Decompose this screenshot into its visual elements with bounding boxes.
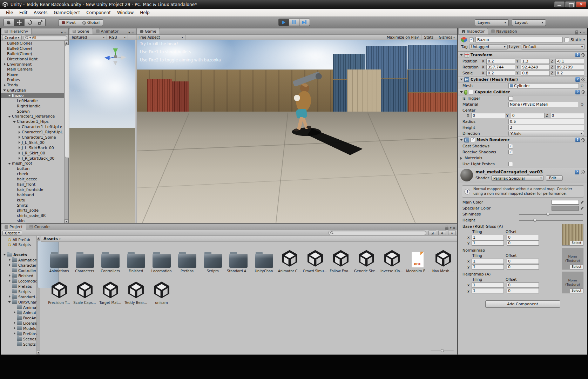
tab-project[interactable]: Project <box>1 224 26 230</box>
tree-item[interactable]: Characters <box>1 262 40 268</box>
foldout-icon[interactable] <box>460 54 463 56</box>
shininess-slider[interactable] <box>519 212 584 217</box>
maximize-button[interactable] <box>565 1 575 7</box>
asset-item[interactable]: UnityChan <box>251 246 277 278</box>
scene-viewport[interactable] <box>69 40 135 223</box>
scene-orientation-gizmo[interactable] <box>104 48 127 68</box>
eyedropper-icon[interactable] <box>580 200 584 204</box>
edit-shader-button[interactable]: Edit... <box>546 175 563 181</box>
offset-y-field[interactable]: 0 <box>507 240 539 246</box>
asset-item[interactable]: Scale Caps... <box>72 278 97 309</box>
foldout-icon[interactable] <box>7 257 12 262</box>
layout-dropdown[interactable]: Layout▾ <box>512 19 546 26</box>
offset-x-field[interactable]: 0 <box>507 282 539 288</box>
hierarchy-item[interactable]: LeftHandle <box>1 98 64 104</box>
hierarchy-item[interactable]: Teddy <box>1 82 64 88</box>
tree-item[interactable]: Animations <box>1 310 40 315</box>
stats-toggle[interactable]: Stats <box>421 35 436 40</box>
offset-x-field[interactable]: 0 <box>507 235 539 240</box>
scroll-down-button[interactable]: ▼ <box>37 351 40 354</box>
hierarchy-item[interactable]: Spawn <box>1 109 64 114</box>
tree-item[interactable]: Prefabs <box>1 284 40 289</box>
menu-item[interactable]: Window <box>114 9 137 16</box>
tag-dropdown[interactable]: Untagged▾ <box>469 44 508 49</box>
foldout-icon[interactable] <box>2 67 7 72</box>
object-picker-icon[interactable]: ⊙ <box>580 102 584 106</box>
hierarchy-item[interactable]: hair_front <box>1 182 64 187</box>
asset-item[interactable]: PDF Mecanim E... <box>405 246 430 278</box>
hierarchy-item[interactable]: Character1_Hips <box>1 119 64 124</box>
foldout-icon[interactable] <box>2 51 7 56</box>
cast-shadows-checkbox[interactable] <box>508 144 513 148</box>
foldout-icon[interactable] <box>12 172 17 177</box>
tree-item[interactable]: Models <box>1 326 40 331</box>
hierarchy-item[interactable]: RightHandle <box>1 104 64 109</box>
scale-tool-button[interactable] <box>35 19 46 26</box>
menu-item[interactable]: Component <box>83 9 114 16</box>
tree-item[interactable]: Scripts <box>1 341 40 347</box>
foldout-icon[interactable] <box>12 203 17 208</box>
is-trigger-checkbox[interactable] <box>508 96 513 101</box>
asset-item[interactable]: Animations <box>46 246 72 278</box>
z-field[interactable]: 0.2 <box>555 71 584 76</box>
use-light-probes-checkbox[interactable] <box>508 162 513 166</box>
specular-color-swatch[interactable] <box>552 206 579 211</box>
help-icon[interactable]: ? <box>575 90 580 94</box>
tiling-y-field[interactable]: 1 <box>472 264 504 270</box>
asset-item[interactable]: Animator C... <box>277 246 302 278</box>
receive-shadows-checkbox[interactable] <box>508 150 513 154</box>
foldout-icon[interactable] <box>17 156 22 161</box>
maximize-on-play-toggle[interactable]: Maximize on Play <box>384 35 421 40</box>
tiling-x-field[interactable]: 1 <box>472 259 504 264</box>
create-button[interactable]: Create▾ <box>2 231 22 235</box>
physic-material-field[interactable]: None (Physic Materi <box>508 102 579 107</box>
hierarchy-item[interactable]: mesh_root <box>1 161 64 166</box>
hierarchy-item[interactable]: J_L_Skirt_00 <box>1 140 64 145</box>
hierarchy-item[interactable]: Character1_Spine <box>1 135 64 140</box>
z-field[interactable]: 89.2799 <box>555 65 584 70</box>
foldout-icon[interactable] <box>2 72 7 77</box>
rotate-tool-button[interactable] <box>25 19 35 26</box>
mesh-filter-header[interactable]: Cylinder (Mesh Filter) ? <box>458 76 587 83</box>
foldout-icon[interactable] <box>12 208 17 213</box>
foldout-icon[interactable] <box>459 156 464 161</box>
foldout-icon[interactable] <box>17 145 22 150</box>
global-toggle[interactable]: Global <box>79 19 103 26</box>
foldout-icon[interactable] <box>460 79 463 80</box>
chevron-down-icon[interactable]: ▾ <box>580 31 581 34</box>
foldout-icon[interactable] <box>12 331 17 336</box>
tiling-y-field[interactable]: 1 <box>472 240 504 246</box>
foldout-icon[interactable] <box>7 299 12 305</box>
mesh-object-field[interactable]: Cylinder <box>508 83 579 88</box>
hierarchy-item[interactable]: Plane <box>1 72 64 77</box>
hierarchy-item[interactable]: kutu <box>1 198 64 203</box>
transform-header[interactable]: Transform ? <box>458 52 587 58</box>
foldout-icon[interactable] <box>12 182 17 187</box>
asset-item[interactable]: Crowd Simu... <box>302 246 328 278</box>
thumbnail-size-slider[interactable] <box>431 349 454 353</box>
hierarchy-item[interactable]: Character1_LeftUpLe <box>1 124 64 129</box>
tree-item[interactable]: Standard Assets <box>1 294 40 299</box>
foldout-icon[interactable] <box>12 320 17 326</box>
asset-item[interactable]: unisam <box>149 278 174 309</box>
foldout-icon[interactable] <box>2 62 7 67</box>
main-color-swatch[interactable] <box>552 200 579 205</box>
menu-item[interactable]: File <box>3 9 16 16</box>
hierarchy-item[interactable]: Probes <box>1 77 64 82</box>
hierarchy-scrollbar[interactable]: ▲ ▼ <box>64 41 68 223</box>
hierarchy-item[interactable]: hair_frontside <box>1 187 64 192</box>
tree-item[interactable]: Scenes <box>1 336 40 341</box>
asset-item[interactable]: Controllers <box>97 246 123 278</box>
game-viewport[interactable]: Try to kill the bear!Use Fire1 to shoot … <box>137 40 457 223</box>
tree-item[interactable]: FaceAnimation <box>1 315 40 320</box>
hierarchy-item[interactable]: unitychan <box>1 88 64 93</box>
gear-icon[interactable] <box>581 90 585 94</box>
y-field[interactable]: 1.3 <box>521 59 549 64</box>
tab-navigation[interactable]: Navigation <box>488 28 520 34</box>
tab-inspector[interactable]: Inspector <box>458 28 488 34</box>
hierarchy-item[interactable]: Bullet(Clone) <box>1 46 64 51</box>
center-x-field[interactable]: 0 <box>471 113 505 118</box>
offset-y-field[interactable]: 0 <box>507 288 539 293</box>
scroll-down-button[interactable]: ▼ <box>65 219 68 223</box>
foldout-icon[interactable] <box>17 125 22 129</box>
